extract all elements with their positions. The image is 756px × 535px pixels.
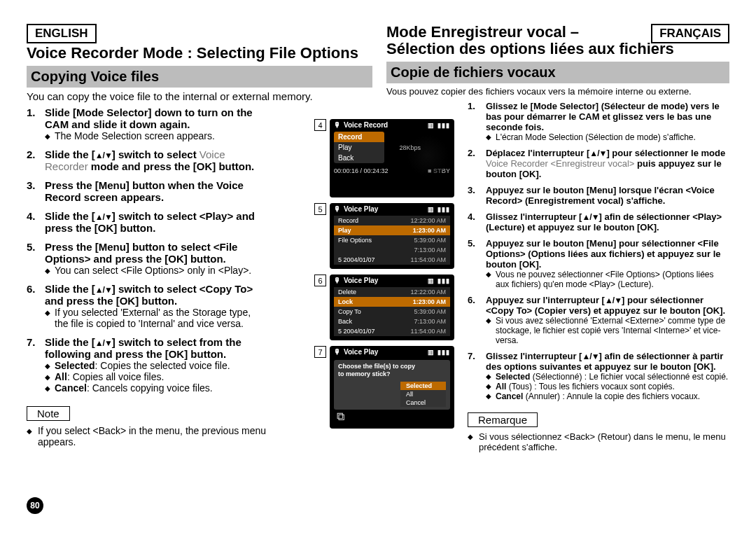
row-record[interactable]: Record xyxy=(338,217,358,224)
diamond-icon xyxy=(486,270,491,289)
note-body-fr: Si vous sélectionnez <Back> (Retour) dan… xyxy=(479,431,729,452)
dialog-question: Choose the file(s) to copyto memory stic… xyxy=(338,363,446,379)
intro-fr: Vous pouvez copier des fichiers vocaux v… xyxy=(386,86,729,97)
note-box-en: Note xyxy=(27,406,70,421)
screen-7-wrap: 7 Voice Play ▥ ▮▮▮ Choose the file(s) to… xyxy=(314,346,456,429)
row-fileoptions[interactable]: File Options xyxy=(338,237,372,244)
step-2c: mode and press the [OK] button. xyxy=(88,160,255,172)
note-text-fr: Si vous sélectionnez <Back> (Retour) dan… xyxy=(468,431,729,452)
row-date: 5 2004/01/07 xyxy=(338,328,375,335)
row-time: 1:23:00 AM xyxy=(413,227,446,234)
screen-number-5: 5 xyxy=(314,203,326,215)
opt-cancel-desc-fr: (Annuler) : Annule la copie des fichiers… xyxy=(523,391,700,401)
dialog-opt-all[interactable]: All xyxy=(400,390,446,398)
step-6a-fr: Appuyez sur l'interrupteur [ xyxy=(486,295,605,305)
steps-fr: 1. Glissez le [Mode Selector] (Sélecteur… xyxy=(468,101,729,401)
row-copyto[interactable]: Copy To xyxy=(338,308,361,315)
opt-cancel-desc: : Cancels copying voice files. xyxy=(87,382,213,394)
opt-selected-desc: : Copies the selected voice file. xyxy=(95,360,230,371)
note-box-fr: Remarque xyxy=(468,412,538,427)
copy-icon: ⧉ xyxy=(337,410,344,423)
row-time: 5:39:00 AM xyxy=(414,308,446,315)
step-2a: Slide the [ xyxy=(45,148,95,160)
row-time: 11:54:00 AM xyxy=(410,256,446,263)
screen-number-7: 7 xyxy=(314,346,326,358)
row-time: 5:39:00 AM xyxy=(414,237,446,244)
row-lock[interactable]: Lock xyxy=(338,298,353,305)
updown-icon: ▲/▼ xyxy=(589,148,606,158)
screen-6: Voice Play ▥ ▮▮▮ Delete12:22:00 AM Lock1… xyxy=(330,275,454,340)
screen-7: Voice Play ▥ ▮▮▮ Choose the file(s) to c… xyxy=(330,346,454,429)
dialog-opt-selected[interactable]: Selected xyxy=(400,382,446,390)
step-1-sub-en: The Mode Selection screen appears. xyxy=(55,130,215,141)
opt-all: All xyxy=(55,371,67,382)
step-5-en: Press the [Menu] button to select <File … xyxy=(45,241,237,265)
language-badge-en: ENGLISH xyxy=(27,24,97,43)
screen-5-wrap: 5 Voice Play ▥ ▮▮▮ Record12:22:00 AM Pla… xyxy=(314,203,456,269)
row-time: 11:54:00 AM xyxy=(410,328,446,335)
step-2a-fr: Déplacez l'interrupteur [ xyxy=(486,148,589,158)
menu-play[interactable]: Play xyxy=(334,142,384,153)
step-1-fr: Glissez le [Mode Selector] (Sélecteur de… xyxy=(486,101,720,132)
updown-icon: ▲/▼ xyxy=(95,212,112,222)
row-time: 7:13:00 AM xyxy=(414,318,446,325)
opt-all-fr: All xyxy=(496,382,506,391)
mic-icon xyxy=(334,348,341,356)
section-bar-en: Copying Voice files xyxy=(27,66,372,88)
updown-icon: ▲/▼ xyxy=(582,212,598,222)
row-back[interactable]: Back xyxy=(338,318,352,325)
step-7a: Slide the [ xyxy=(45,336,95,348)
screen-6-wrap: 6 Voice Play ▥ ▮▮▮ Delete12:22:00 AM Loc… xyxy=(314,275,456,340)
diamond-icon xyxy=(45,382,50,394)
step-2b-fr: ] pour sélectionner le mode xyxy=(606,148,725,158)
diamond-icon xyxy=(45,130,50,141)
battery-icon: ▥ ▮▮▮ xyxy=(428,122,450,129)
screen-4: Voice Record ▥ ▮▮▮ Record Play Back 28Kb… xyxy=(330,119,454,197)
head-silhouette-icon xyxy=(407,134,449,176)
row-time: 12:22:00 AM xyxy=(410,217,446,224)
step-6-sub-en: If you selected 'External' as the Storag… xyxy=(55,307,258,329)
diamond-icon xyxy=(468,431,473,452)
step-2b: ] switch to select xyxy=(112,148,200,160)
step-5-sub-en: You can select <File Options> only in <P… xyxy=(55,265,251,276)
screen-4-title: Voice Record xyxy=(344,121,388,129)
device-screens: 4 Voice Record ▥ ▮▮▮ Record Play Back 28… xyxy=(314,119,456,429)
row-time: 7:13:00 AM xyxy=(414,246,446,253)
step-5-sub-fr: Vous ne pouvez sélectionner <File Option… xyxy=(496,270,729,289)
language-badge-fr: FRANÇAIS xyxy=(651,24,729,43)
row-play[interactable]: Play xyxy=(338,227,351,234)
menu-back[interactable]: Back xyxy=(334,153,384,163)
updown-icon: ▲/▼ xyxy=(95,285,112,295)
diamond-icon xyxy=(45,360,50,371)
updown-icon: ▲/▼ xyxy=(582,352,598,361)
timecode: 00:00:16 / 00:24:32 xyxy=(334,167,388,174)
battery-icon: ▥ ▮▮▮ xyxy=(428,349,450,356)
row-time: 12:22:00 AM xyxy=(410,289,446,296)
screen-number-4: 4 xyxy=(314,119,326,131)
diamond-icon xyxy=(45,371,50,382)
mic-icon xyxy=(334,277,341,284)
diamond-icon xyxy=(45,265,50,276)
battery-icon: ▥ ▮▮▮ xyxy=(428,277,450,284)
screen-6-title: Voice Play xyxy=(344,277,378,284)
updown-icon: ▲/▼ xyxy=(95,151,112,160)
opt-selected-desc-fr: (Sélectionné) : Le fichier vocal sélecti… xyxy=(530,372,728,382)
diamond-icon xyxy=(486,132,491,142)
opt-all-desc-fr: (Tous) : Tous les fichiers vocaux sont c… xyxy=(506,382,675,391)
screen-5: Voice Play ▥ ▮▮▮ Record12:22:00 AM Play1… xyxy=(330,203,454,269)
menu-record[interactable]: Record xyxy=(334,132,384,142)
step-6a: Slide the [ xyxy=(45,283,95,295)
screen-7-title: Voice Play xyxy=(344,348,378,356)
mode-name-fr: Voice Recorder <Enregistreur vocal> xyxy=(486,158,634,169)
dialog-opt-cancel[interactable]: Cancel xyxy=(400,398,446,407)
step-3-en: Press the [Menu] button when the Voice R… xyxy=(45,179,244,203)
opt-selected-fr: Selected xyxy=(496,372,530,382)
mic-icon xyxy=(334,205,341,213)
row-delete[interactable]: Delete xyxy=(338,289,356,296)
updown-icon: ▲/▼ xyxy=(95,338,112,348)
screen-4-wrap: 4 Voice Record ▥ ▮▮▮ Record Play Back 28… xyxy=(314,119,456,197)
step-4a: Slide the [ xyxy=(45,210,95,222)
step-4a-fr: Glissez l'interrupteur [ xyxy=(486,211,582,222)
manual-page: ENGLISH Voice Recorder Mode : Selecting … xyxy=(0,0,756,535)
screen-5-title: Voice Play xyxy=(344,205,378,213)
